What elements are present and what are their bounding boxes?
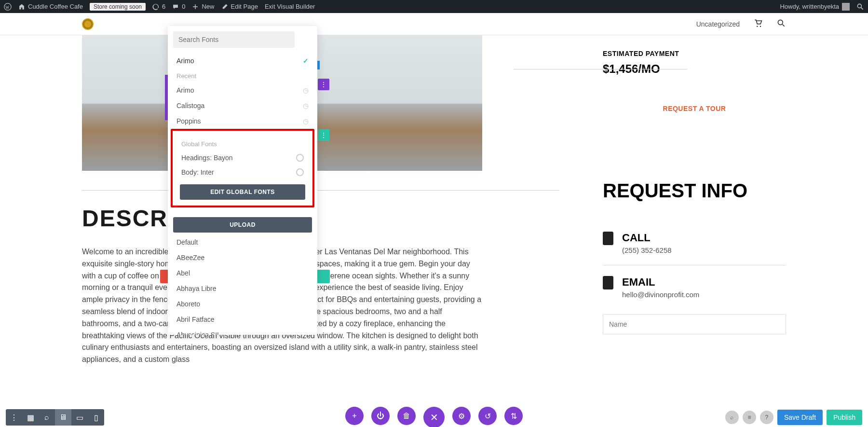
history-button[interactable]: ↺ <box>478 407 497 425</box>
edit-global-fonts-button[interactable]: EDIT GLOBAL FONTS <box>180 184 305 200</box>
publish-button[interactable]: Publish <box>827 410 862 425</box>
divider <box>514 69 687 69</box>
phone-icon <box>603 232 613 245</box>
font-option[interactable]: Abyssinica SIL <box>168 327 317 335</box>
clock-icon: ◷ <box>303 102 309 110</box>
clock-icon: ◷ <box>303 117 309 125</box>
site-header: Uncategorized <box>0 13 868 35</box>
svg-point-2 <box>757 26 758 27</box>
font-option[interactable]: ABeeZee <box>168 250 317 265</box>
zoom-icon[interactable]: ⌕ <box>39 409 55 426</box>
email-label: EMAIL <box>622 276 699 289</box>
menu-icon[interactable]: ⋮ <box>6 409 22 426</box>
global-headings-font[interactable]: Headings: Bayon <box>176 151 309 165</box>
font-option-selected[interactable]: Arimo ✓ <box>168 53 317 69</box>
store-status-badge[interactable]: Store coming soon <box>90 3 146 11</box>
section-add-icon[interactable] <box>316 270 330 283</box>
recent-fonts-label: Recent <box>168 69 317 83</box>
globe-icon <box>296 154 304 162</box>
layers-button[interactable]: ⇅ <box>504 407 523 425</box>
nav-uncategorized[interactable]: Uncategorized <box>696 20 740 28</box>
font-option[interactable]: Abhaya Libre <box>168 281 317 296</box>
module-menu-icon[interactable]: ⋮ <box>318 79 329 90</box>
font-name: Abel <box>176 269 190 277</box>
site-name-link[interactable]: Cuddle Coffee Cafe <box>18 3 83 10</box>
font-option[interactable]: Abril Fatface <box>168 312 317 327</box>
help-icon[interactable]: ? <box>760 411 773 424</box>
font-dropdown-panel: Arimo ✓ Recent Arimo◷Calistoga◷Poppins◷ … <box>168 26 317 335</box>
site-logo[interactable] <box>82 18 94 30</box>
font-search-input[interactable] <box>173 31 295 48</box>
add-button[interactable]: + <box>345 407 364 425</box>
font-name: Arimo <box>176 57 194 65</box>
email-value: hello@divinonprofit.com <box>622 290 699 299</box>
payment-label: ESTIMATED PAYMENT <box>603 50 786 57</box>
font-name: Calistoga <box>176 102 204 110</box>
font-option[interactable]: Arimo◷ <box>168 83 317 98</box>
name-input[interactable] <box>603 314 786 334</box>
updates-link[interactable]: 6 <box>152 3 165 10</box>
search-icon[interactable] <box>856 3 864 11</box>
font-name: Abyssinica SIL <box>176 331 221 335</box>
layers-icon[interactable]: ≡ <box>743 411 756 424</box>
divi-bottom-bar: ⋮ ▦ ⌕ 🖥 ▭ ▯ + ⏻ 🗑 ✕ ⚙ ↺ ⇅ ⌕ ≡ ? Save Dra… <box>0 408 868 427</box>
font-option[interactable]: Aboreto <box>168 296 317 312</box>
wp-admin-bar: Cuddle Coffee Cafe Store coming soon 6 0… <box>0 0 868 13</box>
exit-visual-builder-link[interactable]: Exit Visual Builder <box>265 3 315 10</box>
font-option[interactable]: Abel <box>168 265 317 281</box>
phone-view-icon[interactable]: ▯ <box>88 409 104 426</box>
svg-point-3 <box>760 26 761 27</box>
call-value: (255) 352-6258 <box>622 246 672 254</box>
clock-icon: ◷ <box>303 86 309 94</box>
tablet-view-icon[interactable]: ▭ <box>71 409 88 426</box>
settings-button[interactable]: ⚙ <box>452 407 471 425</box>
font-name: Headings: Bayon <box>181 154 233 162</box>
desktop-view-icon[interactable]: 🖥 <box>55 409 71 426</box>
globe-icon <box>296 168 304 176</box>
global-body-font[interactable]: Body: Inter <box>176 165 309 179</box>
font-name: Poppins <box>176 117 201 125</box>
avatar <box>842 3 850 11</box>
description-heading: DESCRIPTION <box>82 205 559 232</box>
module-menu-icon[interactable]: ⋮ <box>318 129 329 141</box>
font-name: Aboreto <box>176 300 200 308</box>
close-button[interactable]: ✕ <box>423 407 445 427</box>
svg-point-0 <box>4 3 11 10</box>
save-draft-button[interactable]: Save Draft <box>777 410 823 425</box>
cart-icon[interactable] <box>753 18 763 29</box>
svg-point-4 <box>778 20 783 25</box>
call-label: CALL <box>622 232 672 244</box>
font-name: Body: Inter <box>181 168 214 176</box>
font-name: Abhaya Libre <box>176 285 217 292</box>
responsive-toolbar: ⋮ ▦ ⌕ 🖥 ▭ ▯ <box>6 409 104 426</box>
font-option[interactable]: Default <box>168 234 317 250</box>
font-name: Arimo <box>176 86 194 94</box>
search-icon[interactable] <box>776 18 786 29</box>
request-info-heading: REQUEST INFO <box>603 180 786 202</box>
divider <box>82 190 559 191</box>
howdy-link[interactable]: Howdy, writtenbyekta <box>780 3 850 11</box>
svg-point-1 <box>857 4 861 8</box>
font-option[interactable]: Calistoga◷ <box>168 98 317 113</box>
power-button[interactable]: ⏻ <box>371 407 390 425</box>
font-option[interactable]: Poppins◷ <box>168 113 317 129</box>
email-icon <box>603 276 613 289</box>
help-search-icon[interactable]: ⌕ <box>725 411 739 424</box>
wireframe-icon[interactable]: ▦ <box>22 409 39 426</box>
delete-button[interactable]: 🗑 <box>397 407 416 425</box>
edit-page-link[interactable]: Edit Page <box>221 3 258 10</box>
request-tour-button[interactable]: REQUEST A TOUR <box>603 105 786 112</box>
wp-logo-icon[interactable] <box>4 3 12 11</box>
upload-font-button[interactable]: UPLOAD <box>173 217 312 233</box>
check-icon: ✓ <box>303 57 309 65</box>
font-name: Abril Fatface <box>176 316 215 323</box>
global-fonts-label: Global Fonts <box>176 137 309 151</box>
global-fonts-section: Global Fonts Headings: Bayon Body: Inter… <box>171 129 314 207</box>
new-link[interactable]: New <box>192 3 214 10</box>
font-name: Default <box>176 238 198 246</box>
comments-link[interactable]: 0 <box>172 3 185 10</box>
font-name: ABeeZee <box>176 254 204 262</box>
